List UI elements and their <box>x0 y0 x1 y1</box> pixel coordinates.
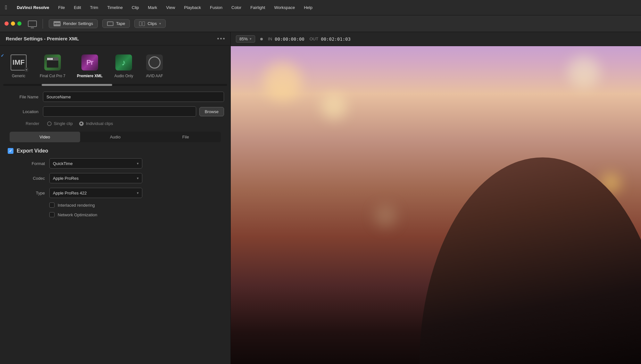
menu-timeline[interactable]: Timeline <box>106 4 124 11</box>
menu-help[interactable]: Help <box>303 4 314 11</box>
menu-fairlight[interactable]: Fairlight <box>249 4 266 11</box>
menu-edit[interactable]: Edit <box>72 4 82 11</box>
menu-clip[interactable]: Clip <box>130 4 140 11</box>
single-clip-option[interactable]: Single clip <box>47 121 73 126</box>
network-optimization-checkbox[interactable] <box>49 212 54 217</box>
generic-selected-indicator: ✓ <box>1 53 4 58</box>
audio-label: Audio Only <box>114 74 133 78</box>
format-row: Format QuickTime ▾ <box>6 158 224 169</box>
bokeh-light-2 <box>321 94 347 120</box>
export-video-section-header: ✓ Export Video <box>6 148 224 154</box>
avid-icon <box>146 54 163 70</box>
interlaced-rendering-checkbox[interactable] <box>49 203 54 208</box>
menu-workspace[interactable]: Workspace <box>273 4 296 11</box>
audio-icon-wrap: ♪ <box>114 53 133 72</box>
location-row: Location Browse <box>6 106 224 117</box>
window-controls <box>4 21 21 26</box>
preset-premiere-xml[interactable]: Pr Premiere XML <box>71 51 108 81</box>
tape-button[interactable]: Tape <box>102 19 130 28</box>
clips-dropdown-icon[interactable]: ▾ <box>159 22 161 25</box>
single-clip-radio[interactable] <box>47 121 52 126</box>
out-timecode: 00:02:01:03 <box>321 37 351 42</box>
preset-scrollbar-track[interactable] <box>3 84 227 86</box>
fcp7-label: Final Cut Pro 7 <box>40 74 65 78</box>
preset-generic[interactable]: ✓ IMF ▾ Generic <box>3 51 34 81</box>
format-select[interactable]: QuickTime ▾ <box>49 158 142 169</box>
main-content: Render Settings - Premiere XML ✓ IMF ▾ G… <box>0 32 641 364</box>
in-label: IN <box>268 37 272 41</box>
tape-icon <box>107 21 113 26</box>
film-strip-icon <box>54 21 61 26</box>
menu-view[interactable]: View <box>165 4 176 11</box>
menu-trim[interactable]: Trim <box>89 4 100 11</box>
browse-button[interactable]: Browse <box>199 107 224 116</box>
preset-scrollbar-thumb[interactable] <box>42 84 112 86</box>
interlaced-rendering-row: Interlaced rendering <box>49 203 224 208</box>
codec-dropdown-icon: ▾ <box>137 176 139 180</box>
type-label: Type <box>6 191 45 195</box>
render-settings-panel: Render Settings - Premiere XML ✓ IMF ▾ G… <box>0 32 231 364</box>
location-input[interactable] <box>43 106 196 117</box>
render-settings-button[interactable]: Render Settings <box>49 19 98 28</box>
interlaced-rendering-label: Interlaced rendering <box>58 203 95 208</box>
tab-video[interactable]: Video <box>10 132 80 142</box>
bokeh-light-5 <box>374 205 397 228</box>
preview-viewport <box>231 46 641 364</box>
audio-note-icon: ♪ <box>115 54 132 70</box>
individual-clips-radio[interactable] <box>79 121 84 126</box>
out-label: OUT <box>310 37 318 41</box>
preset-finalcutpro7[interactable]: Final Cut Pro 7 <box>34 51 71 81</box>
maximize-button[interactable] <box>17 21 21 26</box>
file-name-input[interactable] <box>43 92 224 102</box>
single-clip-label: Single clip <box>54 121 73 126</box>
options-dot-2 <box>220 38 222 39</box>
bokeh-light-3 <box>568 56 600 88</box>
toolbar-separator-1 <box>43 19 43 29</box>
preview-header: 85% ▾ IN 00:00:00:00 OUT 00:02:01:03 <box>231 32 641 46</box>
export-video-checkbox[interactable]: ✓ <box>8 148 13 154</box>
codec-value: Apple ProRes <box>53 176 79 181</box>
format-label: Format <box>6 161 45 166</box>
generic-label: Generic <box>12 74 25 78</box>
codec-label: Codec <box>6 176 45 181</box>
fcp7-dropdown-arrow[interactable]: ▾ <box>25 68 28 72</box>
type-select[interactable]: Apple ProRes 422 ▾ <box>49 188 142 198</box>
menu-file[interactable]: File <box>57 4 66 11</box>
preview-panel: 85% ▾ IN 00:00:00:00 OUT 00:02:01:03 <box>231 32 641 364</box>
preset-audio-only[interactable]: ♪ Audio Only <box>108 51 139 81</box>
fcp7-icon <box>44 54 61 70</box>
tab-file[interactable]: File <box>150 132 221 142</box>
network-optimization-row: Network Optimization <box>49 212 224 217</box>
menu-color[interactable]: Color <box>230 4 243 11</box>
menu-mark[interactable]: Mark <box>146 4 158 11</box>
zoom-dropdown-icon: ▾ <box>250 37 252 41</box>
zoom-selector[interactable]: 85% ▾ <box>236 35 255 43</box>
out-timecode-group: OUT 00:02:01:03 <box>310 37 351 42</box>
options-dot-1 <box>217 38 219 39</box>
figure-silhouette <box>395 157 641 364</box>
premiere-label: Premiere XML <box>77 74 103 78</box>
panel-options-button[interactable] <box>217 38 225 39</box>
video-audio-file-tabs: Video Audio File <box>10 132 221 142</box>
format-value: QuickTime <box>53 161 73 166</box>
clips-icon <box>139 21 145 26</box>
clips-label: Clips <box>147 21 157 26</box>
apple-logo-icon[interactable]:  <box>5 4 7 11</box>
type-value: Apple ProRes 422 <box>53 191 87 195</box>
clips-button[interactable]: Clips ▾ <box>134 19 166 28</box>
avid-icon-wrap <box>145 53 164 72</box>
tab-audio[interactable]: Audio <box>80 132 151 142</box>
codec-select[interactable]: Apple ProRes ▾ <box>49 173 142 183</box>
close-button[interactable] <box>4 21 9 26</box>
menu-fusion[interactable]: Fusion <box>209 4 224 11</box>
generic-icon-wrap: IMF ▾ <box>9 53 28 72</box>
menubar:  DaVinci Resolve File Edit Trim Timelin… <box>0 0 641 15</box>
minimize-button[interactable] <box>11 21 15 26</box>
menu-davinci-resolve[interactable]: DaVinci Resolve <box>16 4 51 11</box>
individual-clips-option[interactable]: Individual clips <box>79 121 113 126</box>
preset-avid-aaf[interactable]: AVID AAF <box>139 51 170 81</box>
toolbar: Render Settings Tape Clips ▾ <box>0 15 641 32</box>
location-label: Location <box>6 109 38 114</box>
menu-playback[interactable]: Playback <box>183 4 202 11</box>
options-dot-3 <box>223 38 225 39</box>
